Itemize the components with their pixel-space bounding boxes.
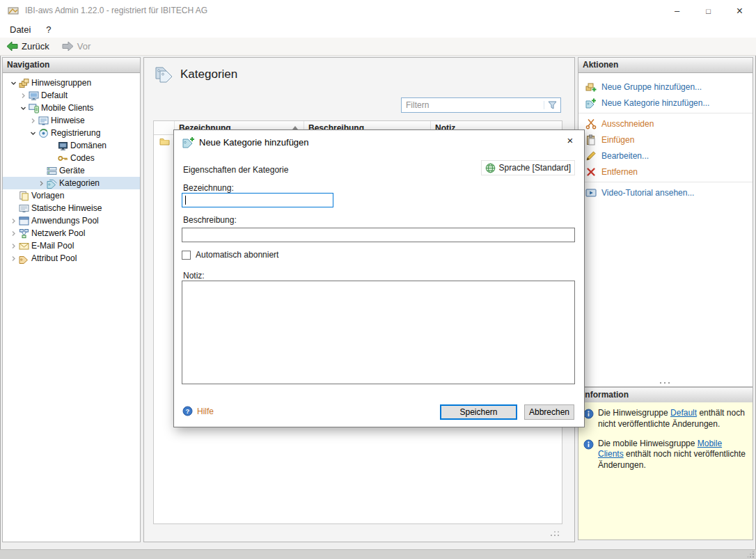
information-panel: Information Die Hinweisgruppe Default en…: [578, 387, 753, 540]
info-item-mobile-clients: Die mobile Hinweisgruppe Mobile Clients …: [583, 439, 748, 471]
help-label: Hilfe: [197, 407, 214, 416]
menubar: Datei ?: [0, 21, 756, 38]
panel-resize-grip[interactable]: [550, 530, 560, 537]
action-video-tutorial[interactable]: Video-Tutorial ansehen...: [578, 184, 753, 200]
action-label: Neue Gruppe hinzufügen...: [601, 82, 702, 92]
filter-input[interactable]: [402, 98, 544, 112]
bezeichnung-input[interactable]: [182, 193, 333, 207]
menu-help[interactable]: ?: [38, 21, 58, 38]
navigation-panel: Navigation Hinweisgruppen Default Mobile…: [2, 57, 141, 542]
tree-item-domaenen[interactable]: Domänen: [3, 139, 140, 152]
window-title: IBI-aws Admin 1.22.0 - registriert für I…: [25, 6, 207, 15]
tree-item-label: Kategorien: [59, 178, 100, 188]
tree-item-label: Hinweisgruppen: [31, 78, 91, 88]
actions-panel: Aktionen Neue Gruppe hinzufügen... Neue …: [578, 57, 753, 387]
forward-button[interactable]: Vor: [56, 38, 97, 55]
key-icon: [57, 153, 68, 164]
chevron-collapsed-icon[interactable]: [8, 230, 18, 237]
information-body: Die Hinweisgruppe Default enthält noch n…: [578, 402, 753, 540]
splitter-grip[interactable]: [578, 382, 753, 384]
close-button[interactable]: ×: [724, 1, 755, 21]
tree-item-hinweise[interactable]: Hinweise: [3, 114, 140, 127]
paste-icon: [585, 134, 597, 145]
notiz-textarea[interactable]: [182, 281, 575, 384]
chevron-expanded-icon[interactable]: [8, 80, 18, 86]
statusbar: [0, 549, 756, 559]
info-item-default: Die Hinweisgruppe Default enthält noch n…: [583, 408, 748, 430]
minimize-button[interactable]: –: [661, 1, 693, 21]
chevron-expanded-icon[interactable]: [28, 130, 38, 136]
menu-datei[interactable]: Datei: [0, 21, 38, 38]
tree-item-attribut-pool[interactable]: Attribut Pool: [3, 252, 140, 265]
help-link[interactable]: ? Hilfe: [182, 406, 214, 416]
save-button[interactable]: Speichern: [440, 404, 517, 420]
tree-item-statische-hinweise[interactable]: Statische Hinweise: [3, 202, 140, 214]
action-edit[interactable]: Bearbeiten...: [578, 148, 753, 164]
action-remove[interactable]: Entfernen: [578, 164, 753, 180]
action-label: Ausschneiden: [601, 119, 654, 129]
devices-icon: [46, 166, 57, 176]
actions-separator: [578, 113, 753, 113]
auto-subscribe-checkbox[interactable]: [182, 251, 191, 260]
info-icon: [583, 439, 594, 471]
monitor-icon: [28, 90, 39, 101]
tree-item-label: Codes: [70, 153, 95, 163]
navigation-tree: Hinweisgruppen Default Mobile Clients Hi…: [3, 73, 140, 265]
information-panel-header: Information: [578, 388, 753, 403]
add-group-icon: [585, 81, 597, 93]
tree-item-email-pool[interactable]: E-Mail Pool: [3, 239, 140, 252]
tree-item-kategorien[interactable]: Kategorien: [3, 177, 140, 189]
filter-icon[interactable]: [544, 101, 560, 109]
info-text-prefix: Die Hinweisgruppe: [598, 408, 670, 418]
tree-item-label: Anwendungs Pool: [31, 216, 99, 226]
action-cut[interactable]: Ausschneiden: [578, 116, 753, 132]
tree-item-anwendungs-pool[interactable]: Anwendungs Pool: [3, 214, 140, 227]
language-selector[interactable]: Sprache [Standard]: [481, 160, 575, 175]
tags-icon: [46, 178, 57, 189]
back-button[interactable]: Zurück: [0, 38, 56, 55]
categories-title-icon: [154, 65, 175, 84]
info-link-default[interactable]: Default: [670, 408, 697, 418]
action-paste[interactable]: Einfügen: [578, 132, 753, 148]
forward-arrow-icon: [62, 41, 74, 52]
table-header-icon-column[interactable]: [154, 121, 175, 134]
tree-item-mobile-clients[interactable]: Mobile Clients: [3, 102, 140, 114]
beschreibung-input[interactable]: [182, 228, 575, 242]
edit-icon: [585, 150, 597, 162]
chevron-collapsed-icon[interactable]: [18, 93, 28, 99]
action-new-group[interactable]: Neue Gruppe hinzufügen...: [578, 79, 753, 95]
beschreibung-field-wrap: [182, 228, 575, 242]
chevron-expanded-icon[interactable]: [18, 105, 28, 111]
attribute-pool-icon: [18, 253, 29, 264]
action-new-category[interactable]: Neue Kategorie hinzufügen...: [578, 95, 753, 111]
mail-pool-icon: [18, 241, 29, 251]
auto-subscribe-row: Automatisch abonniert: [182, 250, 278, 260]
chevron-collapsed-icon[interactable]: [36, 180, 46, 187]
tree-item-label: Vorlagen: [31, 191, 64, 200]
tree-item-label: Domänen: [70, 141, 107, 150]
cancel-button[interactable]: Abbrechen: [524, 404, 574, 420]
back-arrow-icon: [6, 41, 18, 52]
window-resize-grip[interactable]: [747, 551, 755, 558]
chevron-collapsed-icon[interactable]: [8, 218, 18, 224]
tree-item-default[interactable]: Default: [3, 89, 140, 102]
dialog-close-button[interactable]: ×: [556, 130, 584, 150]
tree-item-registrierung[interactable]: Registrierung: [3, 127, 140, 139]
bezeichnung-label: Bezeichnung:: [183, 183, 234, 193]
tree-item-vorlagen[interactable]: Vorlagen: [3, 189, 140, 202]
tree-item-hinweisgruppen[interactable]: Hinweisgruppen: [3, 77, 140, 89]
tree-item-label: Attribut Pool: [31, 253, 77, 263]
chevron-collapsed-icon[interactable]: [28, 118, 38, 124]
chevron-collapsed-icon[interactable]: [8, 243, 18, 249]
tree-item-geraete[interactable]: Geräte: [3, 164, 140, 177]
toolbar: Zurück Vor: [0, 38, 756, 56]
action-label: Entfernen: [601, 167, 638, 177]
new-category-dialog: Neue Kategorie hinzufügen × Eigenschafte…: [173, 129, 585, 427]
tree-item-label: Mobile Clients: [41, 103, 93, 113]
maximize-button[interactable]: □: [693, 1, 724, 21]
chevron-collapsed-icon[interactable]: [8, 255, 18, 262]
info-icon: [583, 408, 594, 430]
tree-item-netzwerk-pool[interactable]: Netzwerk Pool: [3, 227, 140, 239]
tree-item-codes[interactable]: Codes: [3, 152, 140, 164]
static-hints-icon: [18, 203, 29, 214]
